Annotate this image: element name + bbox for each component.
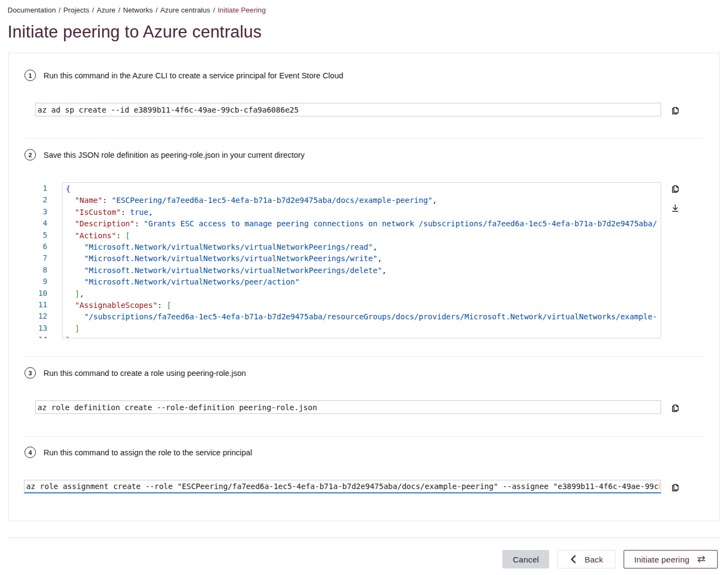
- step-3-instruction: Run this command to create a role using …: [43, 369, 246, 378]
- line-number: 6: [35, 241, 47, 252]
- code-line: "Microsoft.Network/virtualNetworks/virtu…: [66, 253, 661, 264]
- breadcrumb-item[interactable]: Azure: [97, 6, 115, 14]
- breadcrumb-separator: /: [92, 6, 94, 14]
- copy-icon[interactable]: [670, 182, 681, 194]
- code-line: "AssignableScopes": [: [66, 300, 661, 311]
- copy-icon: [670, 104, 681, 116]
- code-line: ],: [66, 288, 661, 300]
- copy-icon: [670, 481, 681, 493]
- step-4-number-badge: 4: [24, 447, 36, 458]
- back-button[interactable]: Back: [557, 550, 615, 568]
- step-2-instruction: Save this JSON role definition as peerin…: [43, 151, 304, 159]
- line-number: 9: [35, 276, 47, 287]
- breadcrumb-item[interactable]: Projects: [63, 6, 89, 14]
- download-icon: [670, 202, 681, 214]
- breadcrumb-separator: /: [118, 6, 120, 14]
- chevron-left-icon: [570, 555, 577, 564]
- line-number: 7: [35, 252, 47, 264]
- breadcrumb-separator: /: [59, 6, 61, 14]
- step-4-instruction: Run this command to assign the role to t…: [43, 448, 252, 457]
- code-line: {: [66, 183, 661, 195]
- code-line: "Microsoft.Network/virtualNetworks/virtu…: [66, 265, 661, 276]
- initiate-peering-button[interactable]: Initiate peering: [624, 550, 718, 568]
- breadcrumb-item[interactable]: Documentation: [8, 6, 56, 14]
- step-2-number-badge: 2: [24, 149, 36, 160]
- copy-icon: [670, 401, 681, 413]
- divider: [24, 356, 704, 357]
- step-1-command-input[interactable]: [35, 103, 661, 116]
- line-number: 5: [35, 230, 47, 241]
- line-number: 14: [35, 334, 47, 338]
- line-number: 4: [35, 218, 47, 229]
- line-number: 8: [35, 264, 47, 276]
- divider: [24, 436, 704, 437]
- line-number: 2: [35, 194, 47, 206]
- copy-icon[interactable]: [670, 401, 681, 413]
- code-line: "Microsoft.Network/virtualNetworks/virtu…: [66, 242, 661, 253]
- breadcrumb-current: Initiate Peering: [217, 6, 265, 14]
- copy-icon: [670, 182, 681, 194]
- line-number: 10: [35, 288, 47, 299]
- code-line: "Actions": [: [66, 230, 661, 242]
- step-1-number-badge: 1: [24, 70, 36, 81]
- breadcrumb-item[interactable]: Networks: [123, 6, 153, 14]
- copy-icon[interactable]: [670, 104, 681, 116]
- line-number: 12: [35, 311, 47, 322]
- line-number: 13: [35, 323, 47, 334]
- download-icon[interactable]: [670, 202, 681, 214]
- step-4: 4 Run this command to assign the role to…: [9, 447, 719, 493]
- step-1: 1 Run this command in the Azure CLI to c…: [9, 70, 719, 116]
- breadcrumb-separator: /: [213, 6, 215, 14]
- code-editor[interactable]: { "Name": "ESCPeering/fa7eed6a-1ec5-4efa…: [62, 182, 661, 338]
- step-2: 2 Save this JSON role definition as peer…: [9, 149, 719, 338]
- code-line: "Name": "ESCPeering/fa7eed6a-1ec5-4efa-b…: [66, 195, 661, 206]
- code-line: }: [66, 335, 661, 338]
- back-button-label: Back: [584, 555, 603, 564]
- breadcrumb-separator: /: [155, 6, 158, 14]
- step-1-instruction: Run this command in the Azure CLI to cre…: [43, 71, 343, 80]
- step-3-number-badge: 3: [24, 367, 36, 379]
- line-number: 11: [35, 299, 47, 311]
- divider: [24, 138, 704, 139]
- steps-card: 1 Run this command in the Azure CLI to c…: [8, 53, 720, 521]
- cancel-button[interactable]: Cancel: [502, 550, 549, 568]
- json-code-block: 1234567891011121314 { "Name": "ESCPeerin…: [35, 182, 681, 338]
- code-line: "/subscriptions/fa7eed6a-1ec5-4efa-b71a-…: [66, 311, 661, 323]
- code-line: ]: [66, 323, 661, 335]
- code-line: "Microsoft.Network/virtualNetworks/peer/…: [66, 276, 661, 288]
- page-title: Initiate peering to Azure centralus: [8, 22, 720, 42]
- step-3: 3 Run this command to create a role usin…: [9, 367, 719, 414]
- breadcrumb-item[interactable]: Azure centralus: [160, 6, 210, 14]
- footer-divider: [8, 537, 720, 538]
- breadcrumb: Documentation/Projects/Azure/Networks/Az…: [0, 0, 728, 14]
- code-line: "Description": "Grants ESC access to man…: [66, 218, 661, 230]
- line-number: 3: [35, 206, 47, 218]
- step-4-command-input[interactable]: [24, 480, 661, 493]
- code-gutter: 1234567891011121314: [35, 182, 47, 338]
- step-3-command-input[interactable]: [35, 400, 661, 414]
- footer-actions: Cancel Back Initiate peering: [10, 550, 718, 568]
- copy-icon[interactable]: [670, 481, 681, 493]
- initiate-peering-label: Initiate peering: [634, 555, 689, 564]
- line-number: 1: [35, 183, 47, 194]
- swap-arrows-icon: [695, 554, 707, 565]
- code-line: "IsCustom": true,: [66, 207, 661, 218]
